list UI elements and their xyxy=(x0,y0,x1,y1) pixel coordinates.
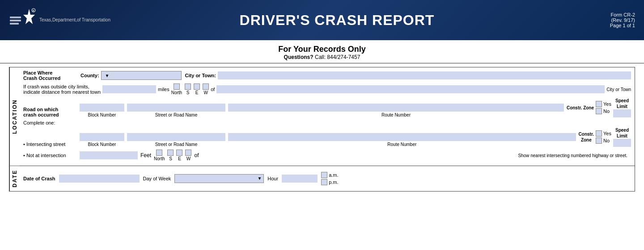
county-label: County: xyxy=(80,73,99,78)
svg-rect-3 xyxy=(10,23,19,25)
dir-w: W xyxy=(203,83,209,95)
show-nearest-label: Show nearest intersecting numbered highw… xyxy=(201,153,631,158)
dir-s-label: S xyxy=(186,90,190,95)
no-intersect-label: No xyxy=(603,138,610,143)
am-label: a.m. xyxy=(329,172,338,178)
ampm-group: a.m. p.m. xyxy=(321,172,338,185)
no-intersect-checkbox[interactable] xyxy=(596,138,602,144)
location-label: LOCATION xyxy=(9,67,20,166)
not-intersect-row: • Not at intersection Feet North S E xyxy=(23,150,631,161)
ni-dir-e: E xyxy=(176,150,182,161)
miles-label: miles xyxy=(158,87,169,92)
no-intersect-item: No xyxy=(596,138,611,144)
no-road-item: No xyxy=(596,108,611,114)
dir-s-checkbox[interactable] xyxy=(185,83,191,90)
ni-dir-w: W xyxy=(185,150,191,161)
yes-no-group-road: Yes No xyxy=(596,101,611,114)
road-street-input[interactable] xyxy=(127,104,225,112)
pm-label: p.m. xyxy=(329,179,338,185)
intersect-block-label: Block Number xyxy=(88,142,116,147)
yes-road-item: Yes xyxy=(596,101,611,107)
dir-e: E xyxy=(194,83,200,95)
ni-dir-north-label: North xyxy=(154,156,165,161)
intersect-route-input[interactable] xyxy=(228,133,576,141)
intersecting-label: • Intersecting street xyxy=(23,142,77,147)
nearest-town-input[interactable] xyxy=(216,85,605,93)
intersect-route-col: Route Number xyxy=(228,133,576,147)
date-section: DATE Date of Crash Day of Week ▼ Hour a.… xyxy=(9,166,635,192)
svg-rect-2 xyxy=(10,20,21,21)
road-block-input[interactable] xyxy=(80,104,124,112)
form-info: Form CR-2 (Rev. 9/17) Page 1 of 1 xyxy=(564,12,635,28)
no-road-checkbox[interactable] xyxy=(596,108,602,114)
speed-limit-input-road[interactable] xyxy=(613,109,631,117)
intersect-block-col: Block Number xyxy=(80,133,124,147)
yes-road-checkbox[interactable] xyxy=(596,101,602,107)
date-label: DATE xyxy=(9,166,20,191)
yes-no-group-intersect: Yes No xyxy=(596,130,611,144)
county-field-group: County: ▼ xyxy=(80,71,182,80)
speed-limit-label-road: SpeedLimit xyxy=(615,98,629,109)
city-limits-row: If crash was outside city limits,indicat… xyxy=(23,83,631,95)
ni-dir-w-label: W xyxy=(186,156,191,161)
dir-north-checkbox[interactable] xyxy=(174,83,180,90)
not-intersection-label: • Not at intersection xyxy=(23,153,77,158)
road-crash-row: Road on whichcrash occurred Block Number… xyxy=(23,98,631,117)
ni-dir-e-label: E xyxy=(178,156,181,161)
txdot-logo-icon: R xyxy=(9,7,36,33)
city-town-label: City or Town: xyxy=(185,73,216,78)
speed-limit-input-intersect[interactable] xyxy=(613,139,631,147)
hour-label: Hour xyxy=(267,176,278,181)
yes-road-label: Yes xyxy=(603,101,611,107)
constr-label: Constr. Zone xyxy=(567,105,594,111)
yes-intersect-item: Yes xyxy=(596,130,611,137)
intersecting-row: • Intersecting street Block Number Stree… xyxy=(23,127,631,147)
city-town-input[interactable] xyxy=(218,71,631,79)
place-label: Place WhereCrash Occurred xyxy=(23,70,77,81)
am-checkbox[interactable] xyxy=(321,172,327,178)
not-intersect-input[interactable] xyxy=(80,151,138,159)
date-of-crash-label: Date of Crash xyxy=(23,176,55,181)
constr-zone-group: Constr. Zone Yes No SpeedLimit xyxy=(567,98,631,117)
street-road-label: Street or Road Name xyxy=(155,112,198,117)
road-label: Road on whichcrash occurred xyxy=(23,107,77,117)
day-of-week-arrow: ▼ xyxy=(257,176,262,181)
day-of-week-select[interactable]: ▼ xyxy=(174,174,264,183)
constr-zone-group-intersect: Constr.Zone Yes No SpeedLimit xyxy=(579,127,631,147)
dir-w-checkbox[interactable] xyxy=(203,83,209,90)
yes-intersect-checkbox[interactable] xyxy=(596,130,602,137)
ni-dir-w-checkbox[interactable] xyxy=(185,150,191,156)
county-select[interactable]: ▼ xyxy=(101,71,182,80)
city-town-group: City or Town: xyxy=(185,71,631,79)
ni-dir-e-checkbox[interactable] xyxy=(176,150,182,156)
intersect-block-input[interactable] xyxy=(80,133,124,141)
no-road-label: No xyxy=(603,108,610,114)
date-of-crash-input[interactable] xyxy=(59,175,140,183)
street-name-col: Street or Road Name xyxy=(127,104,225,117)
distance-input[interactable] xyxy=(102,85,156,93)
ni-of-label: of xyxy=(194,152,199,158)
subtitle-title: For Your Records Only xyxy=(0,45,644,54)
block-number-label: Block Number xyxy=(88,112,116,117)
subtitle-section: For Your Records Only Questions? Call: 8… xyxy=(0,40,644,63)
speed-limit-label-intersect: SpeedLimit xyxy=(615,127,629,139)
road-route-input[interactable] xyxy=(228,104,564,112)
ni-dir-s-checkbox[interactable] xyxy=(167,150,174,156)
yes-intersect-label: Yes xyxy=(603,131,611,136)
intersect-street-input[interactable] xyxy=(127,133,225,141)
dir-e-checkbox[interactable] xyxy=(194,83,200,90)
county-dropdown-arrow: ▼ xyxy=(105,73,110,78)
intersect-street-col: Street or Road Name xyxy=(127,133,225,147)
direction-group: North S E W xyxy=(171,83,209,95)
ni-dir-north: North xyxy=(154,150,165,161)
hour-input[interactable] xyxy=(282,175,318,183)
day-of-week-label: Day of Week xyxy=(143,176,171,181)
dir-north: North xyxy=(171,83,182,95)
route-number-label: Route Number xyxy=(381,112,411,117)
pm-checkbox[interactable] xyxy=(321,179,327,185)
dir-north-label: North xyxy=(171,90,182,95)
report-title: DRIVER'S CRASH REPORT xyxy=(110,12,564,29)
ni-dir-north-checkbox[interactable] xyxy=(156,150,162,156)
intersect-street-label: Street or Road Name xyxy=(155,142,198,147)
subtitle-questions: Questions? Call: 844/274-7457 xyxy=(0,54,644,60)
